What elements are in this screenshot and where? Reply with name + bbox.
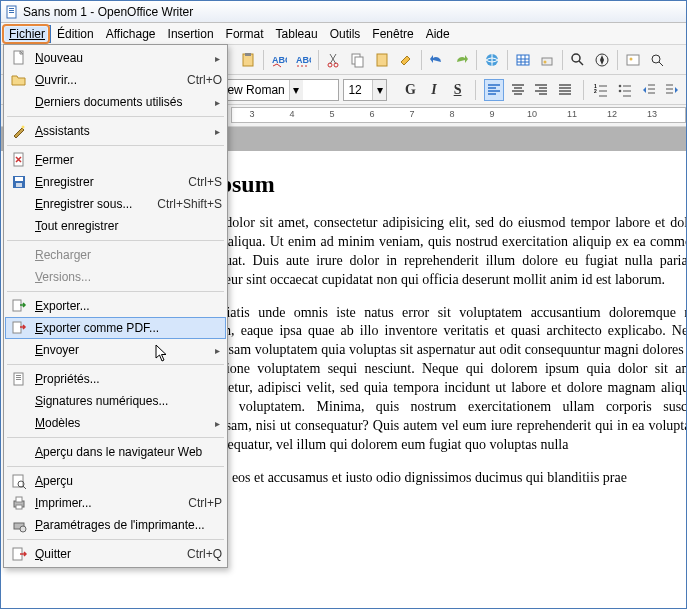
file-menu-item[interactable]: Fermer [5,149,226,171]
underline-button[interactable]: S [448,79,468,101]
zoom-icon[interactable] [646,49,668,71]
menu-item-label: Exporter... [35,299,222,313]
ruler-tick: 12 [607,109,617,119]
format-paint-icon[interactable] [395,49,417,71]
ruler-tick: 9 [489,109,494,119]
menu-divider [7,364,224,365]
menu-item-label: Ouvrir... [35,73,179,87]
quit-icon [9,546,29,562]
align-left-button[interactable] [484,79,504,101]
menu-edition[interactable]: Édition [51,25,100,43]
drawing-icon[interactable] [536,49,558,71]
copy-icon[interactable] [347,49,369,71]
file-menu-item[interactable]: Aperçu dans le navigateur Web [5,441,226,463]
font-size-value: 12 [348,83,361,97]
hyperlink-icon[interactable] [481,49,503,71]
paste2-icon[interactable] [371,49,393,71]
export-icon [9,298,29,314]
file-menu-item[interactable]: Enregistrer sous...Ctrl+Shift+S [5,193,226,215]
number-list-button[interactable]: 12 [592,79,612,101]
file-menu-item[interactable]: EnregistrerCtrl+S [5,171,226,193]
file-menu-item[interactable]: Exporter... [5,295,226,317]
doc-paragraph: ipsum dolor sit amet, consectetur adipis… [186,214,686,290]
file-menu-item[interactable]: Tout enregistrer [5,215,226,237]
blank-icon [9,342,29,358]
menu-insertion[interactable]: Insertion [162,25,220,43]
svg-rect-36 [16,377,21,378]
printer-settings-icon [9,517,29,533]
menu-item-label: Propriétés... [35,372,222,386]
italic-button[interactable]: I [424,79,444,101]
undo-icon[interactable] [426,49,448,71]
menu-shortcut: Ctrl+O [187,73,222,87]
menu-shortcut: Ctrl+P [188,496,222,510]
preview-icon [9,473,29,489]
ruler-tick: 10 [527,109,537,119]
menu-outils[interactable]: Outils [324,25,367,43]
file-menu-item[interactable]: Signatures numériques... [5,390,226,412]
ruler-tick: 8 [449,109,454,119]
menu-divider [7,116,224,117]
align-center-button[interactable] [508,79,528,101]
svg-rect-32 [13,300,21,311]
svg-rect-37 [16,379,21,380]
menu-item-label: Aperçu [35,474,222,488]
menu-tableau[interactable]: Tableau [270,25,324,43]
file-menu-item[interactable]: Propriétés... [5,368,226,390]
svg-point-20 [630,57,633,60]
autospellcheck-icon[interactable]: ABC [292,49,314,71]
spellcheck-icon[interactable]: ABC [268,49,290,71]
align-justify-button[interactable] [555,79,575,101]
bold-button[interactable]: G [401,79,421,101]
file-menu-item[interactable]: Ouvrir...Ctrl+O [5,69,226,91]
menu-divider [7,466,224,467]
redo-icon[interactable] [450,49,472,71]
file-menu-item[interactable]: Modèles▸ [5,412,226,434]
menu-item-label: Signatures numériques... [35,394,222,408]
doc-new-icon [9,50,29,66]
file-menu-item[interactable]: Exporter comme PDF... [5,317,226,339]
font-size-combo[interactable]: 12 ▾ [343,79,387,101]
find-icon[interactable] [567,49,589,71]
menu-fenetre[interactable]: Fenêtre [366,25,419,43]
gallery-icon[interactable] [622,49,644,71]
menu-item-label: Exporter comme PDF... [35,321,222,335]
doc-heading: m ipsum [186,171,686,198]
file-menu-item[interactable]: Aperçu [5,470,226,492]
file-menu-item[interactable]: Nouveau▸ [5,47,226,69]
font-name-value: New Roman [219,83,285,97]
menu-fichier[interactable]: Fichier [3,25,51,43]
file-menu-item: Recharger [5,244,226,266]
table-icon[interactable] [512,49,534,71]
document-page[interactable]: m ipsum ipsum dolor sit amet, consectetu… [186,151,686,608]
save-icon [9,174,29,190]
menu-format[interactable]: Format [220,25,270,43]
navigator-icon[interactable] [591,49,613,71]
svg-point-16 [544,60,547,63]
paste-icon[interactable] [237,49,259,71]
ruler-tick: 4 [289,109,294,119]
menu-item-label: Enregistrer [35,175,180,189]
indent-button[interactable] [662,79,682,101]
file-menu-item[interactable]: QuitterCtrl+Q [5,543,226,565]
file-menu-item[interactable]: Derniers documents utilisés▸ [5,91,226,113]
window-title: Sans nom 1 - OpenOffice Writer [23,5,193,19]
blank-icon [9,269,29,285]
menu-aide[interactable]: Aide [420,25,456,43]
file-menu-item[interactable]: Assistants▸ [5,120,226,142]
file-menu-item[interactable]: Envoyer▸ [5,339,226,361]
file-menu-item[interactable]: Paramétrages de l'imprimante... [5,514,226,536]
menu-affichage[interactable]: Affichage [100,25,162,43]
file-menu-item[interactable]: Imprimer...Ctrl+P [5,492,226,514]
menu-shortcut: Ctrl+Shift+S [157,197,222,211]
menu-item-label: Recharger [35,248,222,262]
blank-icon [9,393,29,409]
outdent-button[interactable] [639,79,659,101]
bullet-list-button[interactable] [615,79,635,101]
ruler-tick: 5 [329,109,334,119]
font-name-combo[interactable]: New Roman ▾ [214,79,340,101]
align-right-button[interactable] [532,79,552,101]
menu-shortcut: Ctrl+S [188,175,222,189]
cut-icon[interactable] [323,49,345,71]
menu-item-label: Versions... [35,270,222,284]
